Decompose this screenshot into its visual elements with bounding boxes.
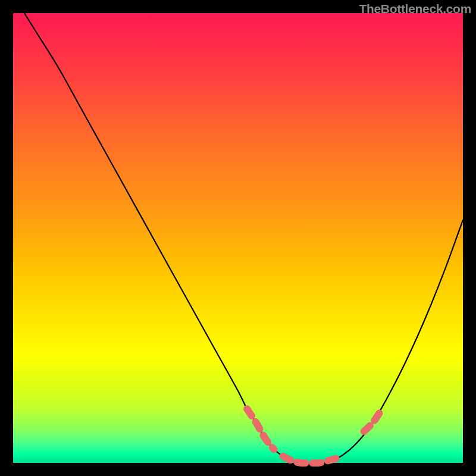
plot-area [13,13,463,463]
curve-layer [13,13,463,463]
chart-container: TheBottleneck.com [0,0,476,476]
bottleneck-curve [13,0,463,464]
highlight-segment [283,456,337,464]
highlight-segment [364,409,382,431]
highlight-segment [247,409,274,449]
highlight-segments [247,409,382,463]
